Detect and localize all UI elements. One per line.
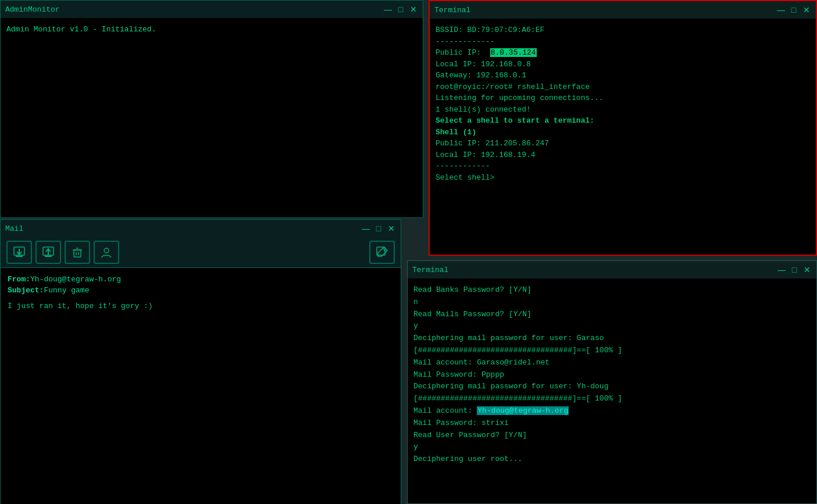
terminal-2-minimize[interactable]: — xyxy=(777,265,786,274)
terminal-1-line: Local IP: 192.168.19.4 xyxy=(436,149,810,161)
terminal-1-line: Shell (1) xyxy=(436,127,810,138)
terminal-1-title: Terminal xyxy=(434,6,470,15)
terminal-2-maximize[interactable]: □ xyxy=(790,265,799,274)
mail-title: Mail xyxy=(5,224,23,233)
mail-body: I just ran it, hope it's gory :) xyxy=(8,302,394,310)
mail-user-button[interactable] xyxy=(94,241,119,264)
terminal-1-window: Terminal — □ ✕ BSSID: BD:79:07:C9:A6:EF-… xyxy=(429,0,817,256)
terminal-1-line: ------------ xyxy=(436,160,810,172)
terminal-1-line: Select shell> xyxy=(436,172,810,184)
admin-monitor-content: Admin Monitor v1.0 - Initialized. xyxy=(1,18,423,217)
public-ip-highlight: 8.0.35.124 xyxy=(490,48,537,57)
terminal-2-line: n xyxy=(413,296,811,309)
terminal-1-line: root@royic:/root# rshell_interface xyxy=(436,81,810,93)
mail-titlebar: Mail — □ ✕ xyxy=(1,220,401,237)
terminal-1-controls: — □ ✕ xyxy=(776,5,811,15)
mail-subject-label: Subject: xyxy=(8,286,44,295)
terminal-2-line: y xyxy=(413,441,811,453)
svg-point-11 xyxy=(104,248,109,253)
terminal-2-line: Read Banks Password? [Y/N] xyxy=(413,284,811,296)
mail-subject-value: Funny game xyxy=(44,286,89,295)
admin-monitor-titlebar: AdminMonitor — □ ✕ xyxy=(1,1,423,18)
terminal-1-line: Gateway: 192.168.0.1 xyxy=(436,70,810,81)
terminal-2-line: y xyxy=(413,320,811,333)
terminal-1-maximize[interactable]: □ xyxy=(789,5,798,15)
terminal-2-controls: — □ ✕ xyxy=(777,265,812,274)
mail-from-value: Yh-doug@tegraw-h.org xyxy=(30,275,121,284)
terminal-1-line: Public IP: 211.205.86.247 xyxy=(436,138,810,149)
svg-rect-6 xyxy=(74,250,81,257)
mail-account-highlight: Yh-doug@tegraw-h.org xyxy=(477,406,569,415)
mail-upload-button[interactable] xyxy=(35,241,61,264)
mail-toolbar-left xyxy=(6,241,119,264)
terminal-2-line: Deciphering user root... xyxy=(413,453,811,466)
admin-monitor-minimize[interactable]: — xyxy=(383,5,393,14)
mail-download-button[interactable] xyxy=(6,241,32,264)
terminal-1-minimize[interactable]: — xyxy=(776,5,786,15)
terminal-2-line: Deciphering mail password for user: Yh-d… xyxy=(413,381,811,393)
admin-monitor-window: AdminMonitor — □ ✕ Admin Monitor v1.0 - … xyxy=(0,0,423,218)
terminal-2-line: Read User Password? [Y/N] xyxy=(413,430,811,442)
terminal-1-line: Local IP: 192.168.0.8 xyxy=(436,59,810,70)
terminal-2-line: [##################################]==[ … xyxy=(413,345,811,357)
mail-content: From:Yh-doug@tegraw-h.org Subject:Funny … xyxy=(1,268,401,504)
mail-maximize[interactable]: □ xyxy=(374,224,383,233)
admin-monitor-title: AdminMonitor xyxy=(5,5,60,14)
mail-toolbar xyxy=(1,237,401,268)
terminal-2-line: [##################################]==[ … xyxy=(413,393,811,405)
mail-window: Mail — □ ✕ xyxy=(0,219,401,504)
mail-close[interactable]: ✕ xyxy=(387,224,396,233)
terminal-2-line: Read Mails Password? [Y/N] xyxy=(413,309,811,321)
admin-monitor-maximize[interactable]: □ xyxy=(396,5,405,14)
terminal-1-line: ------------- xyxy=(436,36,810,48)
mail-subject: Subject:Funny game xyxy=(8,286,394,295)
terminal-2-window: Terminal — □ ✕ Read Banks Password? [Y/N… xyxy=(407,260,817,504)
terminal-2-content[interactable]: Read Banks Password? [Y/N]nRead Mails Pa… xyxy=(408,278,816,503)
mail-compose-button[interactable] xyxy=(369,241,395,264)
terminal-2-title: Terminal xyxy=(412,266,448,274)
admin-monitor-controls: — □ ✕ xyxy=(383,5,418,14)
admin-monitor-close[interactable]: ✕ xyxy=(409,5,418,14)
terminal-2-titlebar: Terminal — □ ✕ xyxy=(408,261,816,278)
terminal-1-line: Public IP: 8.0.35.124 xyxy=(436,47,810,59)
terminal-2-line: Deciphering mail password for user: Gara… xyxy=(413,333,811,345)
admin-monitor-text: Admin Monitor v1.0 - Initialized. xyxy=(6,25,156,34)
shell-label: Shell (1) xyxy=(436,128,476,137)
terminal-2-line: Mail account: Garaso@ridel.net xyxy=(413,357,811,369)
terminal-2-line: Mail Password: Ppppp xyxy=(413,369,811,381)
terminal-1-line: Listening for upcoming connections... xyxy=(436,92,810,104)
select-shell-label: Select a shell to start a terminal: xyxy=(436,116,594,125)
terminal-2-close[interactable]: ✕ xyxy=(802,265,812,274)
mail-delete-button[interactable] xyxy=(65,241,90,264)
terminal-2-line: Mail account: Yh-doug@tegraw-h.org xyxy=(413,405,811,417)
mail-from-label: From: xyxy=(8,275,30,284)
terminal-1-content[interactable]: BSSID: BD:79:07:C9:A6:EF-------------Pub… xyxy=(430,19,816,255)
mail-from: From:Yh-doug@tegraw-h.org xyxy=(8,275,394,284)
mail-controls: — □ ✕ xyxy=(361,224,396,233)
terminal-2-line: Mail Password: strixi xyxy=(413,417,811,430)
terminal-1-line: Select a shell to start a terminal: xyxy=(436,115,810,127)
terminal-1-line: BSSID: BD:79:07:C9:A6:EF xyxy=(436,24,810,36)
terminal-1-titlebar: Terminal — □ ✕ xyxy=(430,1,816,19)
terminal-1-line: 1 shell(s) connected! xyxy=(436,104,810,116)
mail-minimize[interactable]: — xyxy=(361,224,370,233)
terminal-1-close[interactable]: ✕ xyxy=(802,5,811,15)
